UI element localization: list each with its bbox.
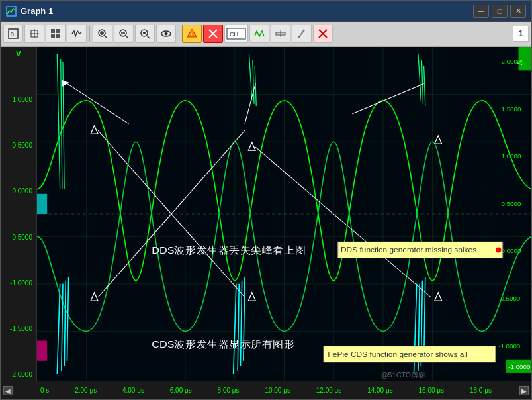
graph-area: V 1.0000 0.5000 0.0000 -0.5000 -1.0000 -…	[1, 47, 531, 381]
svg-rect-8	[51, 34, 55, 38]
svg-rect-104	[37, 341, 47, 361]
x-label-2: 4.00 μs	[122, 387, 144, 394]
toolbar-eye-button[interactable]	[156, 25, 176, 43]
x-label-6: 12.00 μs	[316, 387, 342, 394]
minimize-button[interactable]: ─	[473, 5, 489, 18]
svg-rect-9	[56, 34, 60, 38]
svg-point-89	[496, 247, 502, 252]
svg-text:-1.0000: -1.0000	[498, 342, 520, 350]
channel-number: 1	[513, 26, 529, 42]
title-bar: Graph 1 ─ □ ✕	[1, 1, 531, 22]
toolbar-waveform-button[interactable]	[67, 25, 87, 43]
svg-point-21	[165, 32, 168, 36]
svg-text:CH: CH	[230, 31, 238, 38]
toolbar-separator-1	[89, 26, 90, 42]
x-labels: 0 s 2.00 μs 4.00 μs 6.00 μs 8.00 μs 10.0…	[40, 387, 492, 394]
svg-point-19	[143, 32, 146, 34]
svg-line-15	[126, 36, 128, 38]
y-label-6: -1.5000	[2, 325, 35, 332]
svg-line-11	[105, 36, 107, 38]
x-label-8: 16.00 μs	[419, 387, 445, 394]
svg-text:1.5000: 1.5000	[502, 105, 521, 113]
toolbar-signal-button[interactable]	[249, 25, 269, 43]
toolbar-trigger1-button[interactable]: !	[182, 25, 202, 43]
y-unit-left: V	[2, 50, 35, 58]
y-label-5: -1.0000	[2, 279, 35, 287]
x-label-0: 0 s	[40, 387, 49, 394]
y-label-1: 1.0000	[2, 96, 35, 103]
toolbar-cursor-button[interactable]	[24, 25, 44, 43]
window-controls: ─ □ ✕	[473, 5, 526, 18]
close-button[interactable]: ✕	[510, 5, 526, 18]
toolbar-delete-button[interactable]	[313, 25, 333, 43]
toolbar-trigger2-button[interactable]	[203, 25, 223, 43]
svg-text:-0.5000: -0.5000	[498, 295, 520, 302]
x-label-4: 8.00 μs	[218, 387, 240, 394]
svg-text:-1.0000: -1.0000	[508, 363, 530, 370]
toolbar-grid-button[interactable]	[46, 25, 66, 43]
x-axis-bar: ◀ 0 s 2.00 μs 4.00 μs 6.00 μs 8.00 μs 10…	[1, 381, 531, 399]
window-title: Graph 1	[21, 6, 473, 16]
y-axis-left: V 1.0000 0.5000 0.0000 -0.5000 -1.0000 -…	[1, 47, 37, 381]
toolbar-zoom-out-button[interactable]	[114, 25, 134, 43]
toolbar-zoom-in-button[interactable]	[93, 25, 112, 43]
toolbar-zoom-fit-button[interactable]	[135, 25, 155, 43]
svg-text:TiePie CDS function generator : TiePie CDS function generator shows all	[326, 350, 467, 358]
maximize-button[interactable]: □	[492, 5, 508, 18]
svg-text:DDS波形发生器丢失尖峰看上图: DDS波形发生器丢失尖峰看上图	[152, 245, 306, 256]
main-window: Graph 1 ─ □ ✕ 0	[0, 0, 532, 400]
x-label-7: 14.00 μs	[367, 387, 393, 394]
scroll-right-button[interactable]: ▶	[519, 386, 529, 395]
toolbar-pen-button[interactable]	[292, 25, 312, 43]
x-label-3: 6.00 μs	[170, 387, 192, 394]
x-label-5: 10.00 μs	[265, 387, 290, 394]
y-label-4: -0.5000	[2, 234, 35, 241]
svg-rect-7	[56, 29, 60, 33]
svg-marker-30	[298, 29, 305, 37]
graph-canvas: DDS波形发生器丢失尖峰看上图 CDS波形发生器显示所有图形 DDS funct…	[37, 47, 531, 381]
svg-text:@51CTO博客: @51CTO博客	[381, 372, 425, 379]
svg-text:2.0000: 2.0000	[502, 58, 521, 66]
toolbar-reset-button[interactable]: 0	[3, 25, 23, 43]
y-label-7: -2.0000	[2, 371, 35, 378]
svg-text:0: 0	[11, 31, 14, 38]
toolbar-measure-button[interactable]	[271, 25, 290, 43]
svg-line-18	[147, 36, 150, 38]
toolbar: 0 ! CH	[1, 22, 531, 47]
x-label-9: 18.0 μs	[470, 387, 492, 394]
toolbar-right: 1	[513, 26, 529, 42]
app-icon	[6, 6, 17, 17]
svg-text:0.0000: 0.0000	[502, 248, 521, 255]
svg-text:DDS function generator missing: DDS function generator missing spikes	[341, 246, 476, 254]
svg-text:!: !	[191, 32, 192, 38]
svg-text:1.0000: 1.0000	[502, 153, 521, 160]
y-label-2: 0.5000	[2, 142, 35, 149]
svg-rect-6	[51, 29, 55, 33]
scroll-left-button[interactable]: ◀	[3, 386, 13, 395]
svg-rect-103	[37, 194, 47, 214]
svg-text:CDS波形发生器显示所有图形: CDS波形发生器显示所有图形	[152, 338, 294, 349]
x-label-1: 2.00 μs	[75, 387, 97, 394]
toolbar-separator-2	[179, 26, 179, 42]
svg-text:0.5000: 0.5000	[502, 200, 521, 207]
toolbar-channel-button[interactable]: CH	[224, 25, 248, 43]
y-label-3: 0.0000	[2, 187, 35, 195]
